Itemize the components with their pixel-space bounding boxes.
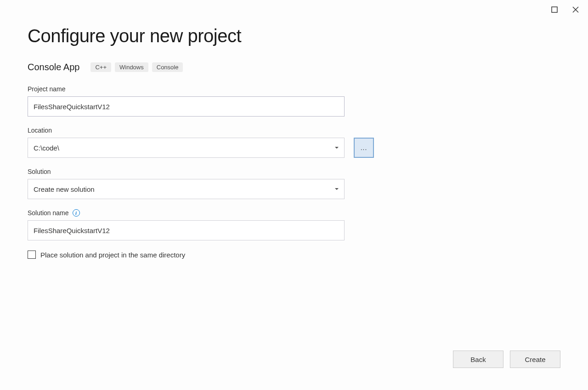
same-directory-label: Place solution and project in the same d… [40, 251, 185, 259]
project-name-input[interactable] [28, 96, 345, 117]
tag-windows: Windows [115, 62, 148, 72]
back-button[interactable]: Back [453, 351, 503, 368]
location-value: C:\code\ [34, 144, 59, 152]
info-icon[interactable]: i [73, 209, 80, 217]
page-title: Configure your new project [28, 26, 560, 46]
tag-cpp: C++ [90, 62, 111, 72]
svg-rect-0 [552, 7, 557, 12]
create-button[interactable]: Create [510, 351, 560, 368]
project-template-name: Console App [28, 62, 79, 72]
chevron-down-icon [335, 147, 339, 149]
project-name-label: Project name [28, 85, 560, 93]
location-combobox[interactable]: C:\code\ [28, 138, 345, 158]
solution-name-input[interactable] [28, 220, 345, 240]
solution-label: Solution [28, 168, 560, 175]
browse-button[interactable]: ... [354, 138, 374, 158]
solution-combobox[interactable]: Create new solution [28, 179, 345, 199]
solution-value: Create new solution [34, 185, 95, 193]
solution-name-label: Solution name [28, 209, 69, 217]
same-directory-checkbox[interactable] [28, 251, 36, 259]
tag-console: Console [152, 62, 183, 72]
chevron-down-icon [335, 188, 339, 190]
close-icon[interactable] [572, 6, 579, 15]
location-label: Location [28, 127, 560, 134]
maximize-icon[interactable] [551, 6, 558, 15]
